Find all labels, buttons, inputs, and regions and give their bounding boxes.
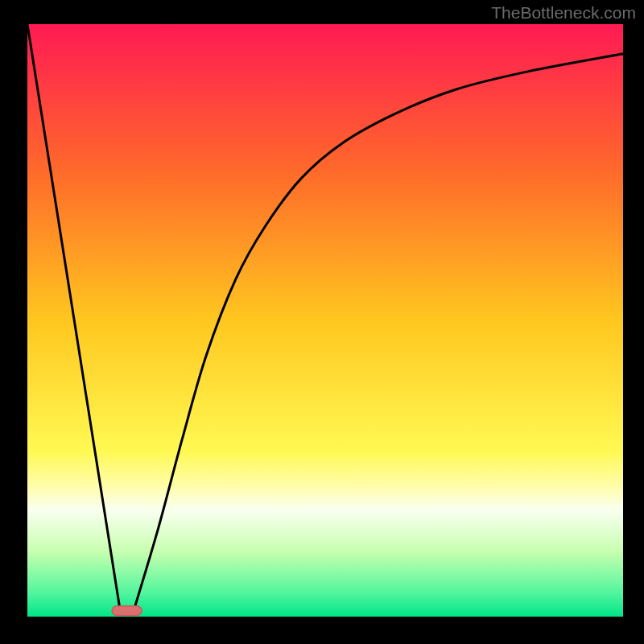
chart-gradient-background (27, 24, 623, 617)
bottleneck-marker (112, 606, 142, 616)
bottleneck-chart (0, 0, 644, 644)
watermark-text: TheBottleneck.com (491, 3, 636, 23)
